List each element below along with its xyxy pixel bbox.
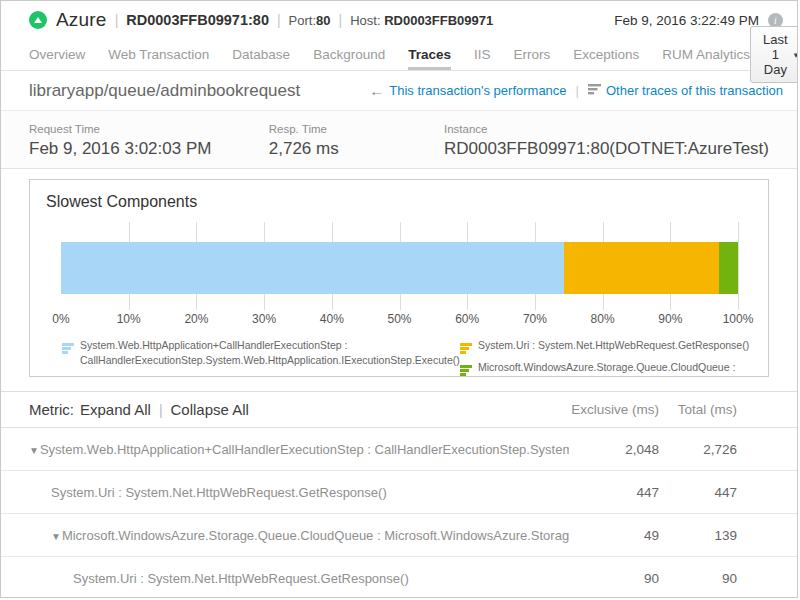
collapse-caret-icon[interactable]: ▼	[51, 531, 61, 542]
legend-bars-icon	[62, 340, 74, 367]
transaction-header: libraryapp/queue/adminbookrequest ← This…	[1, 71, 797, 111]
app-name: Azure	[56, 9, 107, 31]
port-value: 80	[316, 13, 330, 28]
bar-segment-2[interactable]	[719, 242, 738, 294]
bar-segment-1[interactable]	[564, 242, 719, 294]
request-time: Request Time Feb 9, 2016 3:02:03 PM	[29, 115, 269, 168]
tab-rum-analytics[interactable]: RUM Analytics	[662, 39, 750, 70]
response-time-value: 2,726 ms	[269, 139, 444, 159]
metric-name: ▼System.Web.HttpApplication+CallHandlerE…	[1, 442, 569, 457]
total-ms-value: 90	[659, 571, 737, 586]
trace-summary: Request Time Feb 9, 2016 3:02:03 PM Resp…	[1, 111, 797, 169]
legend-entry: System.Web.HttpApplication+CallHandlerEx…	[62, 338, 460, 367]
response-time-label: Resp. Time	[269, 123, 444, 135]
x-axis-labels: 0%10%20%30%40%50%60%70%80%90%100%	[61, 312, 738, 330]
up-arrow-icon	[34, 17, 42, 23]
health-status-icon	[29, 11, 47, 29]
tab-web-transaction[interactable]: Web Transaction	[108, 39, 209, 70]
tick-label-50%: 50%	[387, 312, 411, 326]
chart-legend: System.Web.HttpApplication+CallHandlerEx…	[62, 338, 768, 377]
tick-label-0%: 0%	[52, 312, 69, 326]
exclusive-ms-value: 90	[569, 571, 659, 586]
tab-overview[interactable]: Overview	[29, 39, 85, 70]
table-row[interactable]: System.Uri : System.Net.HttpWebRequest.G…	[1, 471, 797, 514]
host-label: Host:	[350, 13, 380, 28]
separator: |	[339, 12, 343, 28]
separator: |	[277, 12, 281, 28]
request-time-label: Request Time	[29, 123, 269, 135]
chart-title: Slowest Components	[30, 180, 768, 212]
tick-label-100%: 100%	[723, 312, 754, 326]
exclusive-ms-value: 49	[569, 528, 659, 543]
tick-label-60%: 60%	[455, 312, 479, 326]
transaction-links: ← This transaction's performance | Other…	[369, 82, 783, 99]
legend-column-left: System.Web.HttpApplication+CallHandlerEx…	[62, 338, 460, 369]
nav-controls: Last 1 Day▾ ≡	[750, 39, 798, 70]
table-row[interactable]: ▼System.Web.HttpApplication+CallHandlerE…	[1, 428, 797, 471]
legend-label: System.Web.HttpApplication+CallHandlerEx…	[80, 338, 460, 367]
gridline-100%	[738, 222, 739, 310]
metric-name: ▼Microsoft.WindowsAzure.Storage.Queue.Cl…	[1, 528, 569, 543]
total-ms-value: 139	[659, 528, 737, 543]
request-time-value: Feb 9, 2016 3:02:03 PM	[29, 139, 269, 159]
table-row[interactable]: System.Uri : System.Net.HttpWebRequest.G…	[1, 557, 797, 598]
response-time: Resp. Time 2,726 ms	[269, 115, 444, 168]
current-timestamp: Feb 9, 2016 3:22:49 PM	[614, 13, 759, 28]
tick-label-90%: 90%	[658, 312, 682, 326]
exclusive-ms-value: 447	[569, 485, 659, 500]
host-info: Host: RD0003FFB09971	[350, 13, 493, 28]
tick-label-20%: 20%	[184, 312, 208, 326]
legend-label: System.Uri : System.Net.HttpWebRequest.G…	[478, 338, 749, 358]
nav-tabs: OverviewWeb TransactionDatabaseBackgroun…	[29, 39, 750, 70]
collapse-caret-icon[interactable]: ▼	[29, 445, 39, 456]
performance-link[interactable]: This transaction's performance	[389, 83, 566, 98]
exclusive-column-header: Exclusive (ms)	[569, 402, 659, 417]
port-info: Port:80	[289, 13, 331, 28]
time-range-picker[interactable]: Last 1 Day▾	[750, 26, 798, 83]
expand-all-button[interactable]: Expand All	[80, 401, 151, 418]
legend-bars-icon	[460, 340, 472, 358]
instance-label: Instance	[444, 123, 769, 135]
nav-bar: OverviewWeb TransactionDatabaseBackgroun…	[1, 39, 797, 71]
app-window: Azure | RD0003FFB09971:80 | Port:80 | Ho…	[0, 0, 798, 598]
instance-value: RD0003FFB09971:80(DOTNET:AzureTest)	[444, 139, 769, 159]
tab-exceptions[interactable]: Exceptions	[573, 39, 639, 70]
legend-bars-icon	[460, 362, 472, 377]
total-ms-value: 2,726	[659, 442, 737, 457]
host-value: RD0003FFB09971	[384, 13, 493, 28]
other-traces-link[interactable]: Other traces of this transaction	[606, 83, 783, 98]
legend-entry: Microsoft.WindowsAzure.Storage.Queue.Clo…	[460, 360, 769, 377]
stacked-bar-plot	[61, 222, 738, 310]
metric-name: System.Uri : System.Net.HttpWebRequest.G…	[1, 485, 569, 500]
separator: |	[576, 83, 579, 98]
transaction-title: libraryapp/queue/adminbookrequest	[29, 81, 300, 101]
table-row[interactable]: ▼Microsoft.WindowsAzure.Storage.Queue.Cl…	[1, 514, 797, 557]
tick-label-80%: 80%	[591, 312, 615, 326]
tab-background[interactable]: Background	[313, 39, 385, 70]
total-column-header: Total (ms)	[659, 402, 737, 417]
metric-table-header: Metric: Expand All | Collapse All Exclus…	[1, 391, 797, 428]
tab-database[interactable]: Database	[232, 39, 290, 70]
legend-entry: System.Uri : System.Net.HttpWebRequest.G…	[460, 338, 769, 358]
tab-errors[interactable]: Errors	[514, 39, 551, 70]
app-header: Azure | RD0003FFB09971:80 | Port:80 | Ho…	[1, 1, 797, 39]
legend-label: Microsoft.WindowsAzure.Storage.Queue.Clo…	[478, 360, 769, 377]
time-range-label: Last 1 Day	[763, 32, 788, 77]
tab-traces[interactable]: Traces	[408, 39, 451, 70]
arrow-left-icon: ←	[369, 82, 384, 99]
tick-label-70%: 70%	[523, 312, 547, 326]
separator: |	[159, 402, 163, 418]
port-label: Port:	[289, 13, 316, 28]
metric-name: System.Uri : System.Net.HttpWebRequest.G…	[1, 571, 569, 586]
column-headers: Exclusive (ms) Total (ms)	[569, 402, 737, 417]
metric-label: Metric:	[29, 401, 74, 418]
bar-segment-0[interactable]	[61, 242, 564, 294]
slowest-components-panel: Slowest Components 0%10%20%30%40%50%60%7…	[29, 179, 769, 377]
instance-id: RD0003FFB09971:80	[126, 12, 269, 28]
tab-iis[interactable]: IIS	[474, 39, 491, 70]
exclusive-ms-value: 2,048	[569, 442, 659, 457]
collapse-all-button[interactable]: Collapse All	[171, 401, 249, 418]
tick-label-30%: 30%	[252, 312, 276, 326]
tick-label-10%: 10%	[117, 312, 141, 326]
total-ms-value: 447	[659, 485, 737, 500]
